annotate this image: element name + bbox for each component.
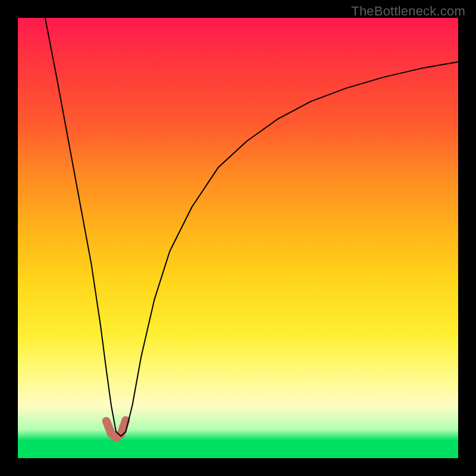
watermark-text: TheBottleneck.com — [351, 4, 465, 19]
plot-svg — [18, 18, 458, 458]
plot-area — [18, 18, 458, 458]
main-curve — [45, 18, 458, 436]
chart-frame: TheBottleneck.com — [0, 0, 476, 476]
